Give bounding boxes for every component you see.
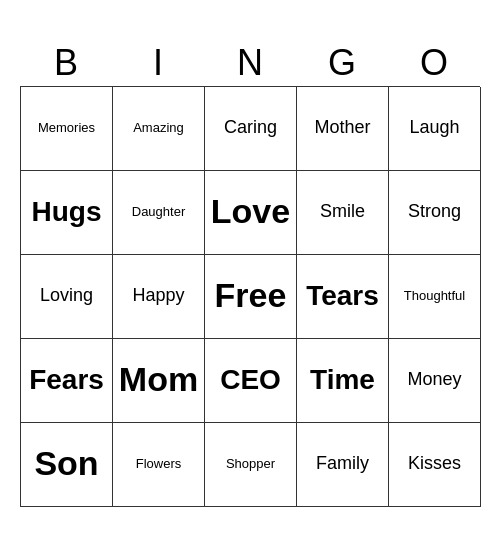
header-letter: I [112,38,204,86]
cell-text: Flowers [136,457,182,471]
bingo-cell[interactable]: Happy [113,255,205,339]
cell-text: Mom [119,361,198,398]
cell-text: Son [34,445,98,482]
cell-text: Family [316,454,369,474]
bingo-cell[interactable]: Free [205,255,297,339]
cell-text: Daughter [132,205,185,219]
cell-text: Free [215,277,287,314]
header-letter: O [388,38,480,86]
header-letter: G [296,38,388,86]
cell-text: Kisses [408,454,461,474]
cell-text: Memories [38,121,95,135]
bingo-cell[interactable]: Memories [21,87,113,171]
cell-text: Amazing [133,121,184,135]
bingo-cell[interactable]: Family [297,423,389,507]
bingo-cell[interactable]: Son [21,423,113,507]
bingo-cell[interactable]: Strong [389,171,481,255]
cell-text: Mother [314,118,370,138]
bingo-cell[interactable]: Mom [113,339,205,423]
bingo-cell[interactable]: Money [389,339,481,423]
bingo-cell[interactable]: Kisses [389,423,481,507]
bingo-cell[interactable]: Laugh [389,87,481,171]
cell-text: Hugs [32,197,102,228]
bingo-cell[interactable]: Smile [297,171,389,255]
bingo-cell[interactable]: Thoughtful [389,255,481,339]
bingo-cell[interactable]: Daughter [113,171,205,255]
bingo-cell[interactable]: Tears [297,255,389,339]
bingo-header: BINGO [20,38,480,86]
cell-text: Caring [224,118,277,138]
cell-text: Laugh [409,118,459,138]
cell-text: Time [310,365,375,396]
bingo-grid: MemoriesAmazingCaringMotherLaughHugsDaug… [20,86,480,507]
cell-text: CEO [220,365,281,396]
cell-text: Happy [132,286,184,306]
bingo-cell[interactable]: Loving [21,255,113,339]
bingo-cell[interactable]: Mother [297,87,389,171]
bingo-cell[interactable]: Flowers [113,423,205,507]
cell-text: Tears [306,281,379,312]
bingo-cell[interactable]: Fears [21,339,113,423]
bingo-cell[interactable]: CEO [205,339,297,423]
bingo-cell[interactable]: Love [205,171,297,255]
cell-text: Smile [320,202,365,222]
bingo-cell[interactable]: Shopper [205,423,297,507]
cell-text: Strong [408,202,461,222]
bingo-cell[interactable]: Time [297,339,389,423]
cell-text: Loving [40,286,93,306]
cell-text: Love [211,193,290,230]
bingo-card: BINGO MemoriesAmazingCaringMotherLaughHu… [20,38,480,507]
cell-text: Thoughtful [404,289,465,303]
cell-text: Shopper [226,457,275,471]
header-letter: B [20,38,112,86]
cell-text: Money [407,370,461,390]
bingo-cell[interactable]: Hugs [21,171,113,255]
bingo-cell[interactable]: Amazing [113,87,205,171]
cell-text: Fears [29,365,104,396]
bingo-cell[interactable]: Caring [205,87,297,171]
header-letter: N [204,38,296,86]
